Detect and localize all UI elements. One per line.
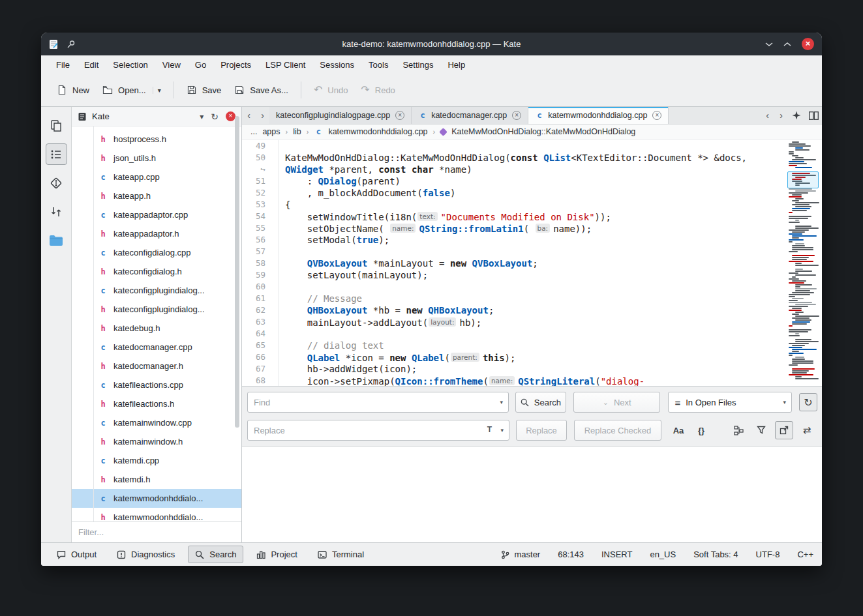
insert-placeholder-icon[interactable]: T: [487, 425, 492, 434]
history-forward-button[interactable]: ›: [256, 107, 269, 124]
code-line[interactable]: 52 , m_blockAddDocument(false): [242, 187, 787, 199]
swap-search-replace-button[interactable]: ⇄: [798, 421, 816, 439]
code-line[interactable]: 49: [242, 140, 787, 152]
file-tree-item[interactable]: ckatedocmanager.cpp: [72, 338, 241, 357]
maximize-button[interactable]: [783, 42, 791, 47]
tab-close-icon[interactable]: ×: [395, 111, 404, 120]
search-results-area[interactable]: [242, 447, 822, 542]
file-tree-item[interactable]: hkatemainwindow.h: [72, 432, 241, 451]
file-tree-item[interactable]: ckateappadaptor.cpp: [72, 205, 241, 224]
menu-item-help[interactable]: Help: [440, 57, 472, 72]
menu-item-settings[interactable]: Settings: [395, 57, 440, 72]
next-button[interactable]: ⌄ Next: [573, 392, 661, 413]
code-line[interactable]: 58 QVBoxLayout *mainLayout = new QVBoxLa…: [242, 257, 787, 269]
expand-results-button[interactable]: [775, 421, 793, 439]
code-line[interactable]: 61 // Message: [242, 293, 787, 304]
diagnostics-toolview-button[interactable]: Diagnostics: [110, 546, 182, 563]
menu-item-sessions[interactable]: Sessions: [312, 57, 361, 72]
code-line[interactable]: 67 hb->addWidget(icon);: [242, 363, 787, 375]
code-line[interactable]: 65 // dialog text: [242, 340, 787, 351]
filter-results-button[interactable]: [752, 421, 770, 439]
file-tree-item[interactable]: hkateappadaptor.h: [72, 224, 241, 243]
project-toolview-button[interactable]: Project: [249, 546, 304, 563]
history-back-button[interactable]: ‹: [242, 107, 256, 124]
tab-scroll-left-button[interactable]: ‹: [761, 107, 774, 124]
file-tree-item[interactable]: hkatemwmodonhddialo...: [72, 508, 241, 521]
show-context-button[interactable]: [729, 421, 748, 439]
file-tree-item[interactable]: ckateapp.cpp: [72, 168, 241, 186]
tab-katemwmodonhddialog-cpp[interactable]: ckatemwmodonhddialog.cpp×: [528, 107, 669, 124]
file-tree-item[interactable]: ckatemdi.cpp: [72, 451, 241, 470]
code-line[interactable]: 66 QLabel *icon = new QLabel(parent:this…: [242, 351, 787, 363]
encoding[interactable]: UTF-8: [756, 550, 780, 559]
refresh-search-button[interactable]: ↻: [799, 393, 817, 411]
code-line[interactable]: 57: [242, 246, 787, 257]
file-tree-item[interactable]: ckatemwmodonhddialo...: [72, 489, 241, 508]
titlebar[interactable]: kate-demo: katemwmodonhddialog.cpp — Kat…: [41, 33, 822, 55]
save-as-button[interactable]: Save As...: [228, 80, 295, 100]
file-tree-item[interactable]: hkateconfigdialog.h: [72, 262, 241, 281]
search-scope-dropdown[interactable]: ≡ In Open Files ▾: [668, 392, 792, 413]
file-tree-item[interactable]: hkatefileactions.h: [72, 394, 241, 413]
code-line[interactable]: 50KateMwModOnHdDialog::KateMwModOnHdDial…: [242, 152, 787, 164]
file-tree-item[interactable]: hkateapp.h: [72, 186, 241, 205]
breadcrumb-item[interactable]: katemwmodonhddialog.cpp: [328, 127, 427, 136]
file-tree-item[interactable]: hkateconfigplugindialog...: [72, 300, 241, 319]
menu-item-selection[interactable]: Selection: [106, 57, 155, 72]
symbols-tool-button[interactable]: [46, 143, 67, 165]
git-tool-button[interactable]: [46, 172, 67, 194]
cursor-position[interactable]: 68:143: [558, 550, 584, 559]
code-line[interactable]: 53{: [242, 199, 787, 211]
code-line[interactable]: 62 QHBoxLayout *hb = new QHBoxLayout;: [242, 304, 787, 316]
open-dropdown-icon[interactable]: ▾: [153, 87, 161, 94]
menu-item-file[interactable]: File: [49, 57, 77, 72]
filter-input[interactable]: [72, 527, 241, 537]
search-toolview-button[interactable]: Search: [188, 546, 243, 563]
panel-refresh-icon[interactable]: ↻: [211, 111, 219, 122]
tab-close-icon[interactable]: ×: [652, 111, 661, 120]
file-tree-item[interactable]: hjson_utils.h: [72, 149, 241, 168]
documents-tool-button[interactable]: [46, 115, 67, 136]
find-input[interactable]: [249, 398, 492, 407]
code-line[interactable]: 54 setWindowTitle(i18n(text:"Documents M…: [242, 211, 787, 222]
chevron-down-icon[interactable]: ▾: [500, 399, 503, 405]
menu-item-edit[interactable]: Edit: [77, 57, 106, 72]
terminal-toolview-button[interactable]: Terminal: [310, 546, 371, 563]
file-tree-item[interactable]: hkatemdi.h: [72, 470, 241, 489]
tree-scrollbar[interactable]: [235, 116, 239, 428]
pin-icon[interactable]: [67, 40, 76, 49]
file-tree-item[interactable]: ckateconfigdialog.cpp: [72, 243, 241, 262]
menu-item-lsp-client[interactable]: LSP Client: [258, 57, 312, 72]
close-button[interactable]: ×: [802, 38, 814, 50]
file-tree-item[interactable]: hkatedebug.h: [72, 319, 241, 338]
replace-checked-button[interactable]: Replace Checked: [574, 420, 661, 441]
indent-mode[interactable]: Soft Tabs: 4: [693, 550, 738, 559]
find-combobox[interactable]: ▾: [247, 392, 509, 413]
regex-button[interactable]: {}: [692, 421, 710, 439]
filesystem-tool-button[interactable]: [46, 229, 67, 251]
code-line[interactable]: 51 : QDialog(parent): [242, 175, 787, 187]
minimap-viewport[interactable]: [787, 171, 819, 188]
code-view[interactable]: 4950KateMwModOnHdDialog::KateMwModOnHdDi…: [242, 139, 822, 386]
file-tree-item[interactable]: ckatemainwindow.cpp: [72, 413, 241, 432]
compare-tool-button[interactable]: [46, 201, 67, 222]
tab-close-icon[interactable]: ×: [512, 111, 521, 120]
split-view-button[interactable]: [805, 107, 822, 124]
tab-kateconfigplugindialogpage-cpp[interactable]: kateconfigplugindialogpage.cpp×: [269, 107, 412, 124]
code-line[interactable]: 63 mainLayout->addLayout(layout:hb);: [242, 316, 787, 328]
menu-item-view[interactable]: View: [155, 57, 188, 72]
menu-item-tools[interactable]: Tools: [361, 57, 395, 72]
menu-item-go[interactable]: Go: [188, 57, 213, 72]
git-branch-indicator[interactable]: master: [501, 550, 540, 559]
breadcrumb-item[interactable]: apps: [262, 127, 280, 136]
redo-button[interactable]: ↷ Redo: [354, 80, 401, 100]
code-line[interactable]: 64: [242, 328, 787, 340]
undo-button[interactable]: ↶ Undo: [307, 80, 354, 100]
open-button[interactable]: Open... ▾: [96, 80, 168, 100]
dictionary[interactable]: en_US: [650, 550, 676, 559]
breadcrumb-item[interactable]: KateMwModOnHdDialog::KateMwModOnHdDialog: [451, 127, 635, 136]
breadcrumb-item[interactable]: lib: [293, 127, 301, 136]
code-line[interactable]: 59 setLayout(mainLayout);: [242, 269, 787, 281]
tab-scroll-right-button[interactable]: ›: [774, 107, 788, 124]
menu-item-projects[interactable]: Projects: [213, 57, 258, 72]
